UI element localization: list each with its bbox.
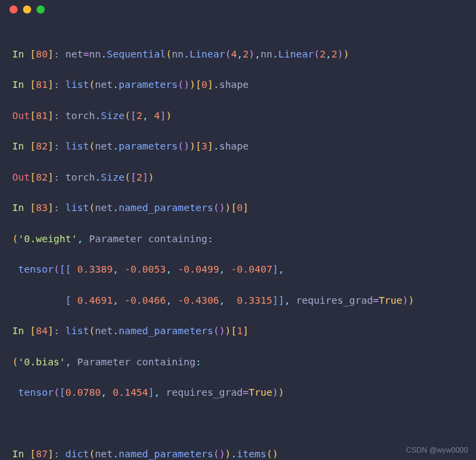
code-line: tensor([[ 0.3389, -0.0053, -0.0499, -0.0…: [12, 262, 464, 277]
code-line: Out[81]: torch.Size([2, 4]): [12, 108, 464, 124]
prompt-in: In: [12, 49, 30, 60]
code-line: Out[82]: torch.Size([2]): [12, 170, 464, 185]
prompt-out: Out: [12, 110, 30, 121]
code-line: In [82]: list(net.parameters())[3].shape: [12, 139, 464, 154]
window-titlebar: [0, 0, 476, 19]
code-block: In [80]: net=nn.Sequential(nn.Linear(4,2…: [0, 19, 476, 460]
code-line: In [83]: list(net.named_parameters())[0]: [12, 200, 464, 216]
maximize-icon[interactable]: [37, 5, 45, 14]
code-line: ('0.weight', Parameter containing:: [12, 231, 464, 247]
blank-line: [12, 416, 464, 432]
minimize-icon[interactable]: [23, 5, 31, 14]
code-line: [ 0.4691, -0.0466, -0.4306, 0.3315]], re…: [12, 293, 464, 308]
code-line: tensor([0.0780, 0.1454], requires_grad=T…: [12, 385, 464, 400]
code-line: In [80]: net=nn.Sequential(nn.Linear(4,2…: [12, 47, 464, 62]
watermark: CSDN @wyw0000: [406, 444, 468, 456]
code-line: ('0.bias', Parameter containing:: [12, 354, 464, 370]
close-icon[interactable]: [9, 5, 18, 14]
code-line: In [81]: list(net.parameters())[0].shape: [12, 77, 464, 93]
code-line: In [87]: dict(net.named_parameters()).it…: [12, 446, 464, 460]
code-line: In [84]: list(net.named_parameters())[1]: [12, 323, 464, 339]
